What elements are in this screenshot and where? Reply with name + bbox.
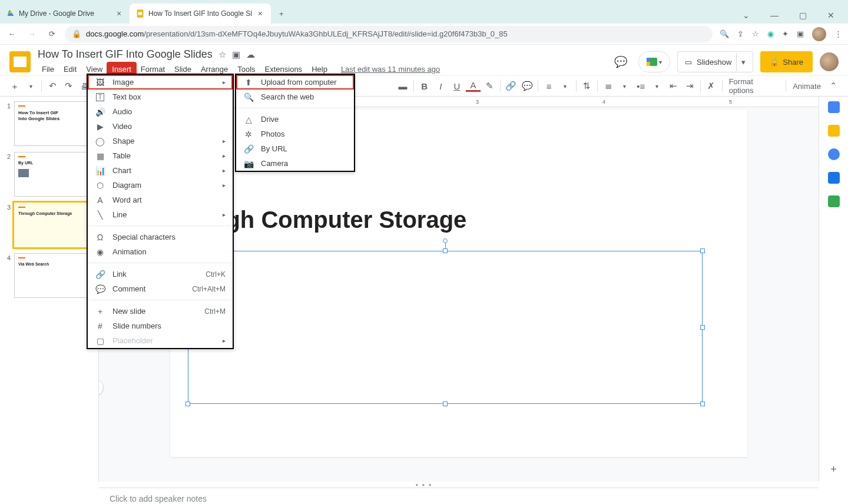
undo-icon[interactable]: ↶ xyxy=(45,78,60,94)
kebab-menu-icon[interactable]: ⋮ xyxy=(834,29,842,38)
star-icon[interactable]: ☆ xyxy=(218,49,226,60)
insert-chart-item[interactable]: 📊 Chart ▸ xyxy=(88,163,233,178)
thumbnail-slide-4[interactable]: Via Web Search xyxy=(14,253,93,298)
rotation-handle[interactable] xyxy=(443,238,448,243)
menu-file[interactable]: File xyxy=(38,63,58,75)
redo-icon[interactable]: ↷ xyxy=(61,78,77,94)
forward-icon[interactable]: → xyxy=(26,29,38,38)
insert-link-item[interactable]: 🔗 Link Ctrl+K xyxy=(88,267,233,281)
maps-sidepanel-icon[interactable] xyxy=(828,195,840,207)
new-tab-button[interactable]: + xyxy=(273,5,290,22)
bookmark-icon[interactable]: ☆ xyxy=(752,29,759,38)
insert-line-item[interactable]: ╲ Line ▸ xyxy=(88,207,233,222)
insert-special-chars-item[interactable]: Ω Special characters xyxy=(88,230,233,244)
new-slide-icon[interactable]: + xyxy=(7,78,22,94)
speaker-notes[interactable]: Click to add speaker notes xyxy=(99,488,819,504)
thumbnail-slide-2[interactable]: By URL xyxy=(14,152,93,197)
move-icon[interactable]: ▣ xyxy=(232,49,240,60)
chrome-profile-avatar[interactable] xyxy=(812,27,826,41)
resize-handle-bm[interactable] xyxy=(443,402,448,406)
fill-color-icon[interactable]: ▬ xyxy=(395,78,410,94)
insert-slide-numbers-item[interactable]: # Slide numbers xyxy=(88,319,233,333)
slideshow-dropdown-icon[interactable]: ▾ xyxy=(736,53,750,71)
blist-dropdown-icon[interactable]: ▾ xyxy=(650,78,665,94)
text-color-icon[interactable]: A xyxy=(466,80,481,92)
photos-item[interactable]: ✲ Photos xyxy=(236,127,354,141)
browser-tab-drive[interactable]: My Drive - Google Drive × xyxy=(0,4,130,24)
back-icon[interactable]: ← xyxy=(6,29,18,38)
resize-handle-tr[interactable] xyxy=(700,248,705,253)
insert-image-item[interactable]: 🖼 Image ▸ xyxy=(88,75,233,89)
extensions-icon[interactable]: ✦ xyxy=(782,29,789,38)
resize-handle-bl[interactable] xyxy=(186,402,190,406)
browser-tab-slides[interactable]: How To Insert GIF Into Google Sl × xyxy=(130,4,271,24)
tasks-sidepanel-icon[interactable] xyxy=(828,148,840,160)
new-slide-dropdown-icon[interactable]: ▾ xyxy=(24,78,39,94)
resize-handle-mr[interactable] xyxy=(700,325,705,330)
calendar-sidepanel-icon[interactable] xyxy=(828,101,840,113)
zoom-icon[interactable]: 🔍 xyxy=(720,29,729,38)
omnibox[interactable]: 🔒 docs.google.com/presentation/d/13sm-dX… xyxy=(65,26,713,42)
insert-comment-item[interactable]: 💬 Comment Ctrl+Alt+M xyxy=(88,281,233,296)
align-icon[interactable]: ≡ xyxy=(541,78,556,94)
indent-decrease-icon[interactable]: ⇤ xyxy=(666,78,681,94)
insert-comment-icon[interactable]: 💬 xyxy=(520,78,535,94)
tab-close-icon[interactable]: × xyxy=(256,9,265,18)
insert-audio-item[interactable]: 🔊 Audio xyxy=(88,104,233,119)
notes-resizer[interactable]: ● ● ● xyxy=(0,482,848,488)
numbered-list-icon[interactable]: ≣ xyxy=(601,78,616,94)
upload-from-computer-item[interactable]: ⬆ Upload from computer xyxy=(236,75,354,89)
format-options-button[interactable]: Format options xyxy=(726,77,783,95)
comment-history-icon[interactable]: 💬 xyxy=(610,51,631,72)
contacts-sidepanel-icon[interactable] xyxy=(828,172,840,184)
insert-link-icon[interactable]: 🔗 xyxy=(504,78,519,94)
list-dropdown-icon[interactable]: ▾ xyxy=(617,78,632,94)
clear-formatting-icon[interactable]: ✗ xyxy=(704,78,719,94)
share-button[interactable]: 🔒 Share xyxy=(760,51,813,72)
resize-handle-tm[interactable] xyxy=(443,248,448,253)
tab-close-icon[interactable]: × xyxy=(114,9,124,18)
insert-shape-item[interactable]: ◯ Shape ▸ xyxy=(88,134,233,148)
sidepanel-icon[interactable]: ▣ xyxy=(797,29,804,38)
insert-new-slide-item[interactable]: + New slide Ctrl+M xyxy=(88,304,233,319)
hide-filmstrip-button[interactable]: ≡ xyxy=(99,379,104,396)
share-url-icon[interactable]: ⇪ xyxy=(737,29,744,38)
reload-icon[interactable]: ⟳ xyxy=(46,29,58,38)
insert-wordart-item[interactable]: A Word art xyxy=(88,193,233,207)
camera-item[interactable]: 📷 Camera xyxy=(236,156,354,171)
align-dropdown-icon[interactable]: ▾ xyxy=(558,78,573,94)
insert-animation-item[interactable]: ◉ Animation xyxy=(88,244,233,259)
maximize-icon[interactable]: ▢ xyxy=(794,11,811,20)
meet-button[interactable]: ▾ xyxy=(638,51,670,72)
keep-sidepanel-icon[interactable] xyxy=(828,125,840,137)
doc-title[interactable]: How To Insert GIF Into Google Slides xyxy=(38,48,213,61)
cloud-status-icon[interactable]: ☁ xyxy=(246,49,255,60)
drive-item[interactable]: △ Drive xyxy=(236,112,354,127)
collapse-toolbar-icon[interactable]: ⌃ xyxy=(826,78,841,94)
indent-increase-icon[interactable]: ⇥ xyxy=(682,78,697,94)
minimize-icon[interactable]: ― xyxy=(766,11,783,20)
bold-icon[interactable]: B xyxy=(417,78,432,94)
animate-button[interactable]: Animate xyxy=(789,82,824,91)
by-url-item[interactable]: 🔗 By URL xyxy=(236,141,354,156)
slideshow-button[interactable]: ▭ Slideshow ▾ xyxy=(677,51,753,72)
resize-handle-br[interactable] xyxy=(700,402,705,406)
account-avatar[interactable] xyxy=(820,52,839,71)
line-spacing-icon[interactable]: ⇅ xyxy=(579,78,595,94)
insert-table-item[interactable]: ▦ Table ▸ xyxy=(88,148,233,163)
search-the-web-item[interactable]: 🔍 Search the web xyxy=(236,89,354,104)
insert-textbox-item[interactable]: 🅃 Text box xyxy=(88,89,233,104)
bulleted-list-icon[interactable]: •≡ xyxy=(634,78,649,94)
thumbnail-slide-3[interactable]: Through Computer Storage xyxy=(14,203,93,247)
insert-diagram-item[interactable]: ⬡ Diagram ▸ xyxy=(88,178,233,193)
grammarly-icon[interactable]: ◉ xyxy=(767,29,774,38)
last-edit-link[interactable]: Last edit was 11 minutes ago xyxy=(341,65,440,74)
slides-logo-icon[interactable] xyxy=(9,51,31,72)
thumbnail-slide-1[interactable]: How To Insert GIFInto Google Slides xyxy=(14,101,93,146)
add-addon-icon[interactable]: + xyxy=(830,463,837,476)
selected-text-box[interactable] xyxy=(188,251,703,404)
italic-icon[interactable]: I xyxy=(433,78,449,94)
menu-edit[interactable]: Edit xyxy=(59,63,81,75)
chevron-down-icon[interactable]: ⌄ xyxy=(737,11,755,20)
insert-video-item[interactable]: ▶ Video xyxy=(88,119,233,134)
